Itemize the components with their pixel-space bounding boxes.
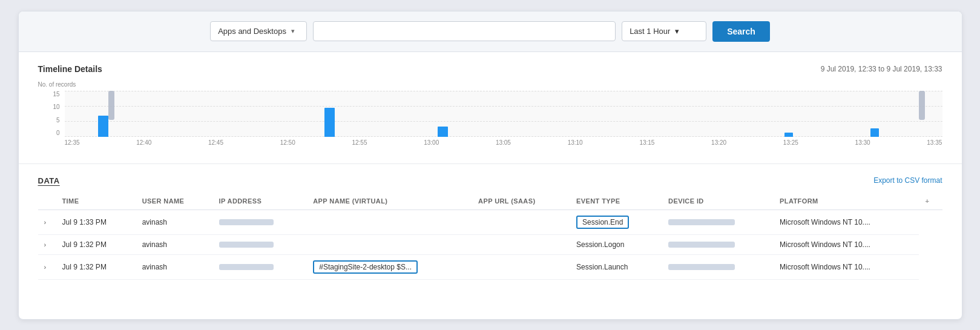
time-chevron-icon: ▾ [675, 27, 679, 36]
x-label-1310: 13:10 [568, 139, 583, 154]
y-label-5: 5 [56, 117, 60, 124]
y-label-0: 0 [56, 130, 60, 136]
chart-bar-1 [98, 116, 108, 136]
cell-user-3: avinash [136, 254, 213, 279]
chart-area: No. of records 15 10 5 0 [38, 81, 942, 154]
x-label-1320: 13:20 [711, 139, 726, 154]
cell-ip-3 [213, 254, 307, 279]
table-row: › Jul 9 1:33 PM avinash Session.End Micr… [38, 210, 942, 234]
time-select[interactable]: Last 1 Hour ▾ [622, 21, 706, 41]
cell-time-1: Jul 9 1:33 PM [56, 210, 136, 234]
col-deviceid: DEVICE ID [662, 194, 774, 210]
col-platform: PLATFORM [774, 194, 919, 210]
col-time: TIME [56, 194, 136, 210]
x-label-1250: 12:50 [280, 139, 295, 154]
cell-platform-2: Microsoft Windows NT 10.... [774, 234, 919, 254]
data-title: DATA [38, 176, 60, 185]
cell-appurl-1 [472, 210, 570, 234]
x-label-1235: 12:35 [65, 139, 80, 154]
type-select-label: Apps and Desktops [218, 27, 286, 36]
type-chevron-icon: ▾ [291, 27, 295, 35]
chart-bar-3 [438, 127, 448, 137]
cell-appname-1 [307, 210, 472, 234]
cell-appurl-2 [472, 234, 570, 254]
cell-eventtype-3: Session.Launch [570, 254, 662, 279]
cell-platform-3: Microsoft Windows NT 10.... [774, 254, 919, 279]
col-ip: IP ADDRESS [213, 194, 307, 210]
cell-time-2: Jul 9 1:32 PM [56, 234, 136, 254]
x-label-1300: 13:00 [424, 139, 439, 154]
col-eventtype: EVENT TYPE [570, 194, 662, 210]
cell-eventtype-1: Session.End [570, 210, 662, 234]
x-label-1245: 12:45 [208, 139, 223, 154]
cell-user-1: avinash [136, 210, 213, 234]
table-row: › Jul 9 1:32 PM avinash Session.Logon Mi… [38, 234, 942, 254]
data-table: TIME USER NAME IP ADDRESS APP NAME (VIRT… [38, 194, 942, 280]
chart-inner [65, 91, 942, 137]
y-label-15: 15 [53, 91, 59, 97]
type-select[interactable]: Apps and Desktops ▾ [210, 21, 307, 41]
grid-line-top [65, 91, 942, 91]
x-label-1240: 12:40 [136, 139, 151, 154]
search-bar: Apps and Desktops ▾ Last 1 Hour ▾ Search [19, 12, 962, 52]
time-select-label: Last 1 Hour [630, 27, 670, 36]
col-appurl: APP URL (SAAS) [472, 194, 570, 210]
expand-icon-row2[interactable]: › [44, 241, 47, 248]
cell-ip-2 [213, 234, 307, 254]
left-slider-handle[interactable] [108, 91, 114, 120]
col-expand [38, 194, 56, 210]
y-labels: 15 10 5 0 [38, 91, 62, 137]
grid-line-bottom [65, 136, 942, 137]
table-header: TIME USER NAME IP ADDRESS APP NAME (VIRT… [38, 194, 942, 210]
appname-highlighted-3: #StagingSite-2-desktop $S... [313, 260, 418, 274]
event-type-highlighted-1: Session.End [576, 216, 629, 229]
search-button[interactable]: Search [712, 21, 770, 42]
y-label-10: 10 [53, 104, 59, 110]
chart-bar-5 [870, 128, 880, 137]
timeline-header: Timeline Details 9 Jul 2019, 12:33 to 9 … [38, 64, 942, 74]
cell-platform-1: Microsoft Windows NT 10.... [774, 210, 919, 234]
export-csv-link[interactable]: Export to CSV format [873, 176, 942, 185]
expand-icon-row3[interactable]: › [44, 263, 47, 271]
grid-line-mid1 [65, 106, 942, 107]
col-add[interactable]: + [919, 194, 942, 210]
chart-bar-4 [784, 133, 794, 136]
x-labels: 12:35 12:40 12:45 12:50 12:55 13:00 13:0… [65, 139, 942, 154]
cell-deviceid-1 [662, 210, 774, 234]
chart-bar-2 [324, 108, 335, 136]
table-body: › Jul 9 1:33 PM avinash Session.End Micr… [38, 210, 942, 279]
x-label-1315: 13:15 [639, 139, 654, 154]
col-appname: APP NAME (VIRTUAL) [307, 194, 472, 210]
cell-ip-1 [213, 210, 307, 234]
table-row: › Jul 9 1:32 PM avinash #StagingSite-2-d… [38, 254, 942, 279]
main-container: Apps and Desktops ▾ Last 1 Hour ▾ Search… [18, 11, 962, 320]
timeline-section: Timeline Details 9 Jul 2019, 12:33 to 9 … [19, 52, 962, 164]
x-label-1305: 13:05 [496, 139, 511, 154]
cell-appurl-3 [472, 254, 570, 279]
cell-deviceid-3 [662, 254, 774, 279]
grid-line-mid2 [65, 121, 942, 122]
x-label-1325: 13:25 [783, 139, 798, 154]
col-username: USER NAME [136, 194, 213, 210]
chart-grid [65, 91, 942, 137]
timeline-title: Timeline Details [38, 64, 102, 74]
data-header: DATA Export to CSV format [38, 176, 942, 185]
cell-appname-2 [307, 234, 472, 254]
data-section: DATA Export to CSV format TIME USER NAME… [19, 164, 962, 292]
timeline-range: 9 Jul 2019, 12:33 to 9 Jul 2019, 13:33 [821, 65, 942, 73]
x-label-1330: 13:30 [855, 139, 870, 154]
cell-user-2: avinash [136, 234, 213, 254]
right-slider-handle[interactable] [919, 91, 925, 120]
cell-appname-3: #StagingSite-2-desktop $S... [307, 254, 472, 279]
search-input[interactable] [313, 21, 616, 41]
cell-deviceid-2 [662, 234, 774, 254]
x-label-1255: 12:55 [352, 139, 367, 154]
y-axis-label: No. of records [38, 81, 76, 88]
expand-icon-row1[interactable]: › [44, 219, 47, 226]
cell-time-3: Jul 9 1:32 PM [56, 254, 136, 279]
x-label-1335: 13:35 [927, 139, 942, 154]
cell-eventtype-2: Session.Logon [570, 234, 662, 254]
